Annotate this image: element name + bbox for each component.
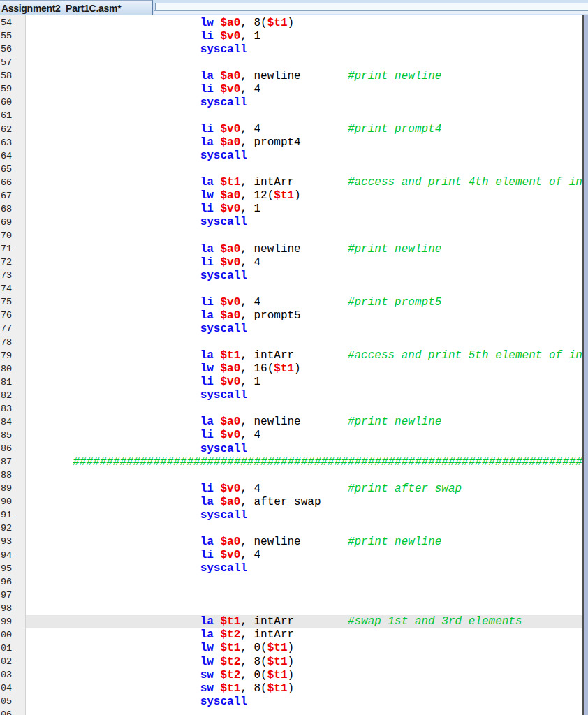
code-line[interactable]: 71 la $a0, newline #print newline [0, 242, 583, 256]
code-line-text: syscall [26, 389, 583, 402]
code-line-text: syscall [26, 322, 583, 335]
tab-bar-lower-strip [154, 11, 588, 14]
code-line[interactable]: 63 la $a0, prompt4 [0, 136, 583, 149]
code-line[interactable]: 73 syscall [0, 269, 583, 282]
code-line[interactable]: 82 syscall [0, 389, 583, 402]
code-line[interactable]: 89 li $v0, 4 #print after swap [0, 482, 583, 495]
line-number: 55 [0, 31, 26, 41]
line-number: 88 [0, 470, 26, 480]
line-number: 60 [0, 97, 26, 108]
code-line[interactable]: 80 lw $a0, 16($t1) [0, 362, 583, 376]
code-line[interactable]: 54 lw $a0, 8($t1) [0, 16, 583, 29]
code-line[interactable]: 58 la $a0, newline #print newline [0, 69, 583, 82]
code-line[interactable]: 03 sw $t2, 0($t1) [0, 668, 583, 681]
line-number: 93 [0, 536, 26, 547]
panel-edge-strip[interactable] [584, 15, 588, 715]
code-line[interactable]: 90 la $a0, after_swap [0, 495, 583, 508]
code-line[interactable]: 59 li $v0, 4 [0, 82, 583, 96]
code-line[interactable]: 83 [0, 402, 583, 415]
code-line[interactable]: 91 syscall [0, 508, 583, 522]
code-line[interactable]: 68 li $v0, 1 [0, 202, 583, 216]
code-line[interactable]: 77 syscall [0, 322, 583, 335]
code-line-text: syscall [26, 562, 583, 575]
line-number: 82 [0, 390, 26, 401]
code-line[interactable]: 02 lw $t2, 8($t1) [0, 655, 583, 668]
code-line[interactable]: 69 syscall [0, 216, 583, 229]
line-number: 57 [0, 57, 26, 68]
code-line[interactable]: 56 syscall [0, 43, 583, 56]
line-number: 65 [0, 164, 26, 175]
line-number: 98 [0, 603, 26, 614]
line-number: 58 [0, 71, 26, 81]
line-number: 94 [0, 550, 26, 561]
code-line[interactable]: 98 [0, 602, 583, 615]
code-line[interactable]: 70 [0, 229, 583, 242]
code-editor[interactable]: 54 lw $a0, 8($t1)55 li $v0, 156 syscall5… [0, 15, 588, 715]
line-number: 95 [0, 563, 26, 574]
code-line[interactable]: 87 #####################################… [0, 455, 583, 469]
code-line[interactable]: 79 la $t1, intArr #access and print 5th … [0, 349, 583, 362]
line-number: 61 [0, 110, 26, 121]
code-line[interactable]: 96 [0, 575, 583, 589]
code-line[interactable]: 65 [0, 163, 583, 176]
code-line[interactable]: 60 syscall [0, 96, 583, 109]
line-number: 62 [0, 124, 26, 135]
line-number: 76 [0, 310, 26, 320]
code-line-text [26, 708, 583, 715]
code-line[interactable]: 61 [0, 109, 583, 122]
code-line-text: li $v0, 4 [26, 256, 583, 269]
code-line[interactable]: 78 [0, 336, 583, 349]
line-number: 03 [0, 670, 26, 680]
code-line[interactable]: 97 [0, 589, 583, 602]
code-line[interactable]: 64 syscall [0, 149, 583, 163]
line-number: 90 [0, 496, 26, 507]
code-line-text [26, 602, 583, 615]
line-number: 89 [0, 483, 26, 494]
code-line[interactable]: 01 lw $t1, 0($t1) [0, 642, 583, 655]
line-number: 68 [0, 204, 26, 214]
code-line-text: syscall [26, 43, 583, 56]
code-line[interactable]: 74 [0, 282, 583, 295]
code-line-text: syscall [26, 149, 583, 163]
code-line[interactable]: 75 li $v0, 4 #print prompt5 [0, 295, 583, 309]
code-line[interactable]: 05 syscall [0, 695, 583, 708]
code-line[interactable]: 88 [0, 469, 583, 482]
tab-bar-empty-area [154, 0, 588, 15]
tab-assignment2-part1c-asm[interactable]: Assignment2_Part1C.asm* [0, 0, 153, 15]
code-line-text: li $v0, 4 [26, 549, 583, 562]
line-number: 85 [0, 430, 26, 441]
code-line-text: lw $a0, 16($t1) [26, 362, 583, 376]
line-number: 96 [0, 577, 26, 587]
code-line-text: li $v0, 1 [26, 376, 583, 389]
code-line[interactable]: 66 la $t1, intArr #access and print 4th … [0, 176, 583, 189]
code-line-text: syscall [26, 216, 583, 229]
code-line-text: la $a0, after_swap [26, 495, 583, 508]
code-line[interactable]: 86 syscall [0, 442, 583, 455]
line-number: 75 [0, 297, 26, 307]
code-line[interactable]: 84 la $a0, newline #print newline [0, 415, 583, 429]
code-line-text: li $v0, 4 #print prompt4 [26, 123, 583, 136]
code-line[interactable]: 76 la $a0, prompt5 [0, 309, 583, 322]
code-line[interactable]: 94 li $v0, 4 [0, 549, 583, 562]
code-line[interactable]: 67 lw $a0, 12($t1) [0, 189, 583, 202]
code-line[interactable]: 06 [0, 708, 583, 715]
code-line[interactable]: 62 li $v0, 4 #print prompt4 [0, 123, 583, 136]
line-number: 84 [0, 417, 26, 427]
code-line[interactable]: 55 li $v0, 1 [0, 29, 583, 43]
code-line[interactable]: 00 la $t2, intArr [0, 628, 583, 642]
code-line[interactable]: 04 sw $t1, 8($t1) [0, 681, 583, 695]
code-line[interactable]: 93 la $a0, newline #print newline [0, 535, 583, 548]
line-number: 70 [0, 230, 26, 241]
code-line[interactable]: 95 syscall [0, 562, 583, 575]
code-line[interactable]: 81 li $v0, 1 [0, 376, 583, 389]
code-line[interactable]: 85 li $v0, 4 [0, 429, 583, 442]
code-line-text: syscall [26, 96, 583, 109]
code-line[interactable]: 72 li $v0, 4 [0, 256, 583, 269]
code-line-text: la $t1, intArr #access and print 4th ele… [26, 176, 583, 189]
code-line-text: sw $t2, 0($t1) [26, 668, 583, 681]
line-number: 83 [0, 404, 26, 414]
code-line[interactable]: 92 [0, 522, 583, 535]
code-line[interactable]: 57 [0, 56, 583, 69]
code-line-text: lw $t2, 8($t1) [26, 655, 583, 668]
code-line[interactable]: 99 la $t1, intArr #swap 1st and 3rd elem… [0, 615, 583, 628]
